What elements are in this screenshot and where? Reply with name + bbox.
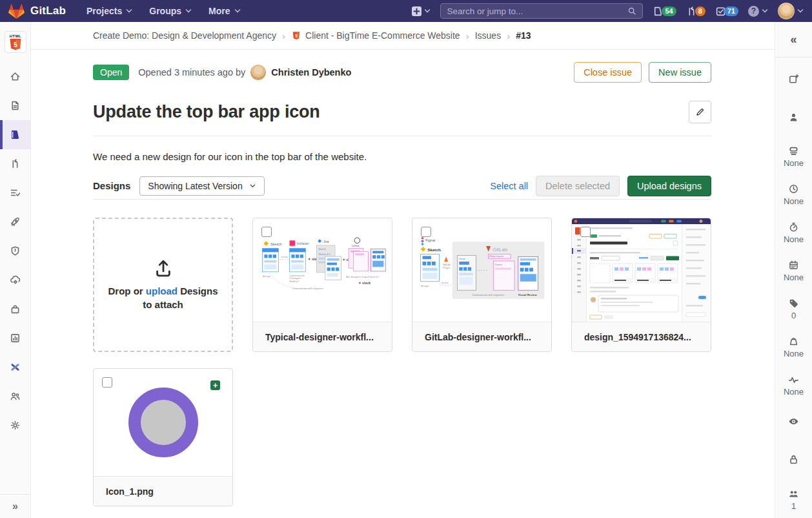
sidebar-collapse-button[interactable]: »	[0, 494, 30, 518]
sidebar-item-requirements[interactable]	[0, 178, 30, 207]
issue-sidebar-collapsed: « None None None None 0 None None	[775, 22, 812, 518]
sidebar-item-merge-requests[interactable]	[0, 149, 30, 178]
sidebar-item-members[interactable]	[0, 382, 30, 411]
sidebar-item-operations[interactable]	[0, 265, 30, 295]
design-card-screenshot[interactable]: design_1594917136824...	[571, 218, 711, 352]
author-name[interactable]: Christen Dybenko	[271, 67, 351, 78]
due-date-calendar-icon	[788, 260, 799, 271]
breadcrumb-group[interactable]: Create Demo: Design & Development Agency	[93, 30, 276, 41]
svg-text:Prototypes: Prototypes	[289, 277, 301, 280]
design-card-typical-workflow[interactable]: Sketch design review InVision Communicat…	[252, 218, 392, 352]
author-avatar[interactable]	[250, 65, 266, 80]
svg-text:GitHub: GitHub	[352, 245, 360, 247]
search-icon	[627, 6, 636, 16]
design-card-icon[interactable]: + Icon_1.png	[93, 368, 233, 506]
search-input[interactable]	[447, 6, 627, 16]
sidebar-health-status[interactable]: None	[775, 366, 812, 404]
sidebar-item-external-integration[interactable]	[0, 353, 30, 382]
design-thumbnail-workflow-diagram: Sketch design review InVision Communicat…	[253, 218, 392, 322]
new-issue-button[interactable]: New issue	[649, 62, 711, 83]
version-filter-dropdown[interactable]: Showing Latest Version	[139, 176, 264, 196]
eye-icon	[788, 416, 799, 427]
design-card-footer: Typical-designer-workfl...	[253, 322, 392, 351]
nav-menu-projects[interactable]: Projects	[80, 0, 139, 22]
svg-text:Figma: Figma	[495, 264, 503, 266]
sidebar-item-packages[interactable]	[0, 295, 30, 324]
nav-menu-groups[interactable]: Groups	[143, 0, 198, 22]
close-issue-button[interactable]: Close issue	[574, 62, 642, 83]
design-checkbox[interactable]	[261, 227, 272, 237]
top-navbar: GitLab Projects Groups More	[0, 0, 812, 22]
cloud-gear-icon	[10, 275, 21, 285]
upload-icon	[154, 258, 173, 278]
design-card-gitlab-workflow[interactable]: Figma Sketch design review GitLabPlugin …	[412, 218, 552, 352]
svg-text:GitLab: GitLab	[492, 247, 507, 253]
sidebar-item-project-overview[interactable]	[0, 62, 30, 91]
issue-title: Update the top bar app icon	[93, 101, 320, 123]
chevron-double-left-icon: «	[790, 33, 797, 47]
design-checkbox[interactable]	[102, 377, 112, 388]
sidebar-item-repository[interactable]	[0, 91, 30, 120]
design-checkbox[interactable]	[421, 227, 431, 237]
milestone-icon	[788, 183, 799, 194]
delete-selected-button[interactable]: Delete selected	[536, 176, 620, 196]
issue-status-row: Open Opened 3 minutes ago by Christen Dy…	[93, 61, 711, 83]
sidebar-item-security[interactable]	[0, 236, 30, 265]
gitlab-wordmark: GitLab	[30, 5, 66, 17]
nav-menu-more[interactable]: More	[202, 0, 247, 22]
global-search[interactable]	[440, 3, 643, 19]
sidebar-due-date[interactable]: None	[775, 252, 812, 290]
sidebar-item-settings[interactable]	[0, 411, 30, 440]
nav-issues-counter[interactable]: 54	[653, 6, 676, 17]
breadcrumb-project[interactable]: 5 Client - BigTime E-Commerce Website	[291, 30, 460, 41]
issue-page: Create Demo: Design & Development Agency…	[31, 22, 775, 518]
sidebar-lock[interactable]	[775, 442, 812, 480]
title-divider	[93, 136, 711, 136]
edit-title-button[interactable]	[689, 101, 711, 123]
sidebar-weight[interactable]: None	[775, 327, 812, 366]
project-avatar-html5[interactable]: HTML 5	[5, 31, 26, 53]
sidebar-item-analytics[interactable]	[0, 324, 30, 353]
sidebar-todo-button[interactable]	[775, 61, 812, 99]
gitlab-logo[interactable]: GitLab	[8, 3, 66, 19]
sidebar-epic[interactable]: None	[775, 138, 812, 176]
sidebar-milestone[interactable]: None	[775, 176, 812, 214]
issue-state-badge: Open	[93, 65, 129, 80]
sidebar-confidentiality[interactable]	[775, 404, 812, 442]
sidebar-item-issues[interactable]	[0, 120, 30, 149]
rocket-icon	[10, 216, 21, 227]
participants-icon	[788, 488, 799, 499]
svg-text:✦ slack: ✦ slack	[358, 281, 370, 285]
mr-count-badge: 8	[695, 6, 705, 16]
help-menu-button[interactable]: ?	[748, 6, 768, 17]
sidebar-labels[interactable]: 0	[775, 290, 812, 328]
new-menu-button[interactable]	[412, 6, 431, 16]
epic-icon	[788, 145, 799, 156]
issues-count-badge: 54	[662, 6, 676, 16]
design-card-footer: Icon_1.png	[94, 476, 232, 506]
select-all-link[interactable]: Select all	[490, 181, 528, 191]
design-filename: Typical-designer-workfl...	[265, 332, 374, 342]
plus-square-icon	[412, 6, 421, 16]
upload-designs-button[interactable]: Upload designs	[627, 176, 711, 196]
breadcrumb-issues[interactable]: Issues	[475, 30, 501, 41]
svg-text:Sketch: Sketch	[318, 248, 326, 251]
weight-icon	[788, 336, 799, 347]
design-filename: Icon_1.png	[106, 486, 154, 497]
svg-text:Redline?: Redline?	[289, 280, 299, 283]
user-menu-button[interactable]	[778, 3, 804, 19]
todo-add-icon	[788, 74, 799, 85]
upload-link[interactable]: upload	[146, 285, 178, 296]
sidebar-time-tracking[interactable]: None	[775, 214, 812, 252]
sidebar-item-ci-cd[interactable]	[0, 207, 30, 236]
purple-ring-icon	[128, 388, 198, 457]
design-dropzone[interactable]: Drop or upload Designs to attach	[93, 218, 233, 352]
sidebar-participants[interactable]: 1	[775, 480, 812, 518]
sidebar-assignee[interactable]	[775, 99, 812, 138]
design-checkbox[interactable]	[580, 227, 591, 237]
nav-merge-requests-counter[interactable]: 8	[686, 6, 705, 17]
sidebar-expand-button[interactable]: «	[775, 22, 812, 57]
design-filename: GitLab-designer-workfl...	[425, 332, 531, 342]
designs-toolbar: Designs Showing Latest Version Select al…	[93, 176, 711, 200]
nav-todos-counter[interactable]: 71	[715, 6, 738, 17]
